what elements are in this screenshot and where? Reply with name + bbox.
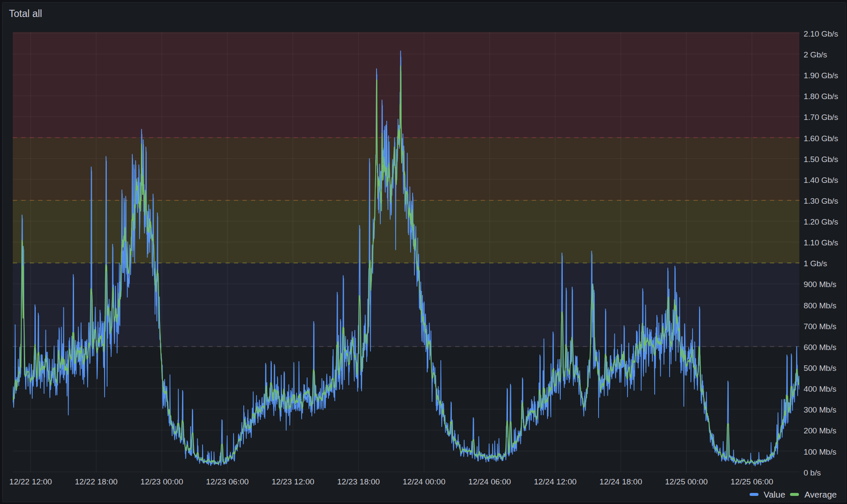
svg-text:500 Mb/s: 500 Mb/s [804,364,836,373]
svg-text:Value: Value [764,490,785,499]
svg-text:1 Gb/s: 1 Gb/s [804,259,827,268]
svg-text:600 Mb/s: 600 Mb/s [804,343,836,352]
svg-text:1.50 Gb/s: 1.50 Gb/s [804,155,838,164]
svg-text:900 Mb/s: 900 Mb/s [804,280,836,289]
svg-text:Average: Average [804,490,837,499]
svg-text:12/23 06:00: 12/23 06:00 [206,477,248,486]
svg-text:12/22 12:00: 12/22 12:00 [9,477,52,486]
svg-text:1.40 Gb/s: 1.40 Gb/s [804,176,838,185]
svg-text:12/23 00:00: 12/23 00:00 [140,477,183,486]
svg-text:12/24 06:00: 12/24 06:00 [468,477,511,486]
svg-text:12/25 00:00: 12/25 00:00 [665,477,707,486]
svg-text:2 Gb/s: 2 Gb/s [804,50,827,59]
svg-text:2.10 Gb/s: 2.10 Gb/s [804,29,838,38]
svg-text:12/23 18:00: 12/23 18:00 [337,477,380,486]
svg-text:1.80 Gb/s: 1.80 Gb/s [804,92,838,101]
svg-text:1.60 Gb/s: 1.60 Gb/s [804,134,838,143]
svg-text:12/24 00:00: 12/24 00:00 [403,477,445,486]
svg-text:1.90 Gb/s: 1.90 Gb/s [804,71,838,80]
svg-text:1.30 Gb/s: 1.30 Gb/s [804,196,838,205]
svg-text:100 Mb/s: 100 Mb/s [804,447,836,456]
svg-text:1.70 Gb/s: 1.70 Gb/s [804,113,838,122]
svg-text:12/24 12:00: 12/24 12:00 [534,477,576,486]
svg-text:400 Mb/s: 400 Mb/s [804,384,836,393]
svg-text:12/24 18:00: 12/24 18:00 [599,477,642,486]
svg-text:Total all: Total all [9,8,42,19]
svg-text:200 Mb/s: 200 Mb/s [804,426,836,435]
svg-text:1.20 Gb/s: 1.20 Gb/s [804,217,838,226]
svg-text:0 b/s: 0 b/s [804,468,821,477]
svg-text:300 Mb/s: 300 Mb/s [804,405,836,414]
svg-text:12/22 18:00: 12/22 18:00 [75,477,117,486]
svg-text:700 Mb/s: 700 Mb/s [804,322,836,331]
svg-text:12/23 12:00: 12/23 12:00 [271,477,314,486]
svg-text:12/25 06:00: 12/25 06:00 [730,477,773,486]
svg-text:800 Mb/s: 800 Mb/s [804,301,836,310]
svg-text:1.10 Gb/s: 1.10 Gb/s [804,238,838,247]
